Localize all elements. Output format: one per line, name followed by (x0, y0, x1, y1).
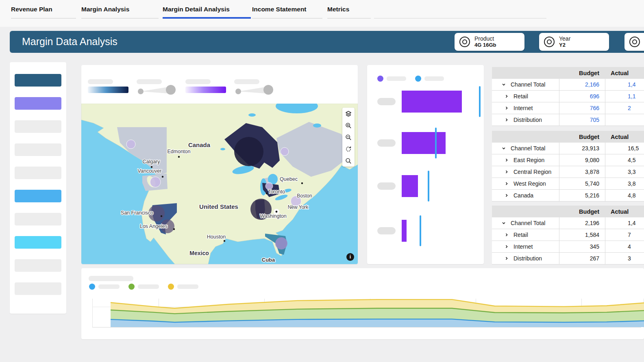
map-panel: CanadaEdmontonCalgaryVancouverQuebecToro… (81, 65, 358, 264)
legend-item[interactable] (168, 284, 198, 290)
table-row[interactable]: Distribution705 (492, 114, 644, 126)
table-row[interactable]: Retail1,5847 (492, 229, 644, 241)
reset-view-icon[interactable] (342, 143, 355, 155)
sidebar-swatch-placeholder-3[interactable] (15, 167, 61, 179)
chevron-right-icon[interactable] (505, 94, 509, 98)
chevron-down-icon[interactable] (502, 146, 506, 150)
chevron-right-icon[interactable] (505, 106, 509, 110)
table-row[interactable]: East Region9,0804,5 (492, 154, 644, 166)
tab-margin-analysis[interactable]: Margin Analysis (81, 6, 159, 19)
zoom-in-icon[interactable] (342, 119, 355, 131)
sidebar-swatch-dark-blue[interactable] (15, 74, 61, 87)
budget-value[interactable]: 23,913 (559, 143, 605, 154)
gridline (92, 299, 93, 327)
city-dot (224, 240, 225, 242)
actual-value[interactable]: 3 (605, 253, 644, 264)
legend-item[interactable] (89, 284, 120, 290)
table-row[interactable]: Canada5,2164,8 (492, 190, 644, 202)
budget-value[interactable]: 5,740 (559, 178, 605, 189)
chevron-right-icon[interactable] (505, 256, 509, 260)
bar-chart-panel (367, 65, 484, 264)
table-row[interactable]: Channel Total2,1961,4 (492, 217, 644, 229)
tab-metrics[interactable]: Metrics (327, 6, 371, 19)
map-canvas[interactable]: CanadaEdmontonCalgaryVancouverQuebecToro… (81, 104, 358, 264)
chevron-down-icon[interactable] (502, 221, 506, 225)
table-row[interactable]: Retail6961,1 (492, 91, 644, 102)
actual-value[interactable]: 3,3 (605, 166, 644, 178)
budget-value[interactable]: 267 (559, 253, 605, 264)
filter-chip-clipped[interactable] (624, 33, 644, 51)
actual-value[interactable]: 2 (605, 102, 644, 114)
tab-income-statement[interactable]: Income Statement (252, 6, 322, 19)
budget-value[interactable]: 2,196 (559, 217, 605, 229)
bubble-quebec[interactable] (281, 147, 289, 156)
table-row[interactable]: Internet3454 (492, 241, 644, 253)
chevron-right-icon[interactable] (505, 193, 509, 197)
actual-value[interactable]: 1,1 (605, 91, 644, 102)
row-label: Internet (513, 243, 533, 250)
filter-chip-product[interactable]: Product 4G 16Gb (455, 33, 524, 51)
sidebar-swatch-placeholder-2[interactable] (15, 143, 61, 156)
filter-chip-year[interactable]: Year Y2 (539, 33, 609, 51)
table-row[interactable]: Distribution2673 (492, 253, 644, 264)
budget-value[interactable]: 3,878 (559, 166, 605, 178)
budget-value[interactable]: 696 (559, 91, 605, 102)
tab-revenue-plan[interactable]: Revenue Plan (11, 6, 76, 19)
target-marker-3 (420, 215, 421, 246)
chevron-right-icon[interactable] (505, 118, 509, 122)
sidebar-swatch-placeholder-6[interactable] (15, 282, 61, 295)
bubble-bc[interactable] (126, 140, 135, 149)
actual-value[interactable]: 7 (605, 229, 644, 241)
budget-value[interactable]: 1,584 (559, 229, 605, 241)
legend-item[interactable] (128, 284, 159, 290)
legend-label-ph (98, 284, 120, 289)
sidebar-swatch-purple[interactable] (15, 97, 61, 110)
sidebar-swatch-placeholder-5[interactable] (15, 259, 61, 272)
budget-value[interactable]: 2,166 (559, 79, 605, 90)
chevron-right-icon[interactable] (505, 158, 509, 162)
actual-value[interactable]: 1,4 (605, 217, 644, 229)
row-label-cell: Distribution (492, 253, 559, 264)
chevron-right-icon[interactable] (505, 170, 509, 174)
budget-value[interactable]: 705 (559, 114, 605, 126)
layers-icon[interactable] (342, 108, 355, 119)
table-row[interactable]: Channel Total23,91316,5 (492, 143, 644, 154)
chevron-right-icon[interactable] (505, 182, 509, 186)
chevron-right-icon[interactable] (505, 233, 509, 237)
lake (248, 113, 256, 117)
trend-chart-panel (81, 268, 644, 339)
chevron-right-icon[interactable] (505, 245, 509, 249)
actual-value[interactable]: 4,5 (605, 154, 644, 166)
sidebar-swatch-cyan[interactable] (15, 236, 61, 249)
sidebar-swatch-placeholder-1[interactable] (15, 120, 61, 133)
search-icon[interactable] (342, 155, 355, 167)
actual-value[interactable]: 4,8 (605, 190, 644, 201)
chevron-down-icon[interactable] (502, 82, 506, 87)
row-label-cell: Central Region (492, 166, 559, 178)
table-row[interactable]: West Region5,7403,8 (492, 178, 644, 190)
actual-value[interactable] (605, 114, 644, 126)
target-marker-2 (428, 171, 429, 202)
actual-value[interactable]: 1,4 (605, 79, 644, 90)
table-row[interactable]: Central Region3,8783,3 (492, 166, 644, 178)
sidebar-swatch-blue[interactable] (15, 190, 61, 202)
map-label: San Francisco (121, 210, 153, 216)
budget-value[interactable]: 345 (559, 241, 605, 252)
row-label: Channel Total (511, 220, 545, 226)
bubble-washington-state[interactable] (150, 177, 161, 187)
budget-value[interactable]: 9,080 (559, 154, 605, 166)
tab-margin-detail-analysis[interactable]: Margin Detail Analysis (163, 6, 251, 19)
budget-value[interactable]: 5,216 (559, 190, 605, 201)
actual-value[interactable]: 3,8 (605, 178, 644, 189)
zoom-out-icon[interactable] (342, 131, 355, 143)
budget-value[interactable]: 766 (559, 102, 605, 114)
table-row[interactable]: Channel Total2,1661,4 (492, 79, 644, 91)
table-row[interactable]: Internet7662 (492, 102, 644, 114)
actual-value[interactable]: 16,5 (605, 143, 644, 154)
bubble-florida[interactable] (275, 237, 287, 249)
bubble-ontario[interactable] (234, 137, 263, 166)
sidebar-swatch-placeholder-4[interactable] (15, 213, 61, 225)
table-header: BudgetActual (492, 67, 644, 79)
info-icon[interactable]: i (346, 253, 354, 261)
actual-value[interactable]: 4 (605, 241, 644, 252)
